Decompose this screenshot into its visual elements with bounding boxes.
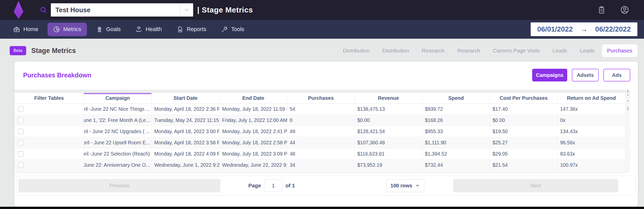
roas-cell: 0x bbox=[558, 115, 625, 126]
date-range-start[interactable]: 06/01/2022 bbox=[537, 25, 573, 33]
campaign-name-cell[interactable]: 2 April - June 22 NC Upgrades ( ... bbox=[84, 126, 152, 137]
campaign-name-cell[interactable]: 6. June 22: Anniversary One O... bbox=[84, 160, 152, 171]
table-row[interactable]: 1. June 1, '22: Free Month A (Le... Tues… bbox=[14, 115, 625, 126]
stage-tab[interactable]: Distribution bbox=[338, 44, 375, 57]
search-icon[interactable] bbox=[40, 6, 47, 14]
app-logo bbox=[9, 1, 28, 19]
page-number-input[interactable] bbox=[264, 179, 282, 192]
breakdown-level-button[interactable]: Adsets bbox=[572, 69, 599, 81]
stage-tab[interactable]: Distribution bbox=[377, 44, 414, 57]
briefcase-icon bbox=[13, 26, 20, 33]
column-header[interactable]: Cost Per Purchases bbox=[490, 93, 558, 104]
stage-tabs: Distribution Distribution Research Resea… bbox=[338, 44, 637, 57]
page-header-title: | Stage Metrics bbox=[197, 6, 253, 14]
clipboard-icon[interactable] bbox=[597, 6, 606, 14]
date-range-picker[interactable]: 06/01/2022 → 06/22/2022 bbox=[531, 22, 637, 36]
cost-per-purchase-cell: $25.27 bbox=[490, 137, 558, 148]
nav-label: Metrics bbox=[63, 26, 81, 33]
breakdown-level-button[interactable]: Ads bbox=[603, 69, 630, 81]
column-header[interactable]: Start Date bbox=[152, 93, 220, 104]
table-row[interactable]: 2 April - June 22 NC Upgrades ( ... Mond… bbox=[14, 126, 625, 137]
table-pagination-bar: Previous Page of 1 100 rows Next bbox=[16, 176, 635, 196]
hammer-icon bbox=[221, 26, 228, 33]
row-checkbox[interactable] bbox=[18, 129, 24, 134]
previous-page-button[interactable]: Previous bbox=[18, 179, 220, 192]
stage-tab[interactable]: Research bbox=[417, 44, 450, 57]
date-range-end[interactable]: 06/22/2022 bbox=[595, 25, 631, 33]
start-date-cell: Monday, April 18, 2022 4:09 PM bbox=[152, 148, 220, 160]
stage-tab[interactable]: Leads bbox=[575, 44, 600, 57]
next-page-button[interactable]: Next bbox=[453, 179, 618, 192]
column-header[interactable]: Filter Tables bbox=[14, 93, 84, 104]
row-checkbox[interactable] bbox=[18, 106, 24, 112]
account-search-input[interactable] bbox=[51, 6, 180, 14]
rows-per-page-select[interactable]: 100 rows bbox=[386, 179, 425, 192]
purchases-cell: 49 bbox=[287, 126, 355, 137]
nav-item-goals[interactable]: Goals bbox=[90, 23, 126, 36]
column-header[interactable]: Spend bbox=[422, 93, 490, 104]
roas-cell: 100.97x bbox=[558, 160, 625, 171]
roas-cell: 147.36x bbox=[558, 104, 625, 115]
campaign-name-cell[interactable]: 1. June 1, '22: Free Month A (Le... bbox=[84, 115, 152, 126]
breakdown-level-buttons: Campaigns Adsets Ads bbox=[532, 69, 630, 81]
nav-item-home[interactable]: Home bbox=[8, 23, 44, 36]
roas-cell: 83.63x bbox=[558, 148, 625, 160]
account-search-box[interactable] bbox=[51, 3, 193, 17]
purchases-cell: 0 bbox=[287, 115, 355, 126]
app-header: | Stage Metrics bbox=[0, 0, 644, 20]
nav-label: Health bbox=[146, 26, 162, 33]
breakdown-level-button[interactable]: Campaigns bbox=[532, 69, 567, 81]
column-header[interactable]: Revenue bbox=[355, 93, 422, 104]
end-date-cell: Wednesday, June 22, 2022 9:26 ... bbox=[220, 160, 287, 171]
beta-badge: Beta bbox=[10, 46, 26, 55]
scroll-up-icon[interactable]: ▲ bbox=[627, 93, 629, 96]
stage-tab[interactable]: Careers Page Visits bbox=[488, 44, 545, 57]
table-header-row: Filter Tables Campaign Start Date End Da… bbox=[14, 93, 625, 104]
table-row[interactable]: 6. June 22: Anniversary One O... Wednesd… bbox=[14, 160, 625, 171]
row-checkbox[interactable] bbox=[18, 162, 24, 168]
nav-label: Tools bbox=[231, 26, 244, 33]
campaigns-table: ▲ ▼ Filter Tables Campaign Start Date En… bbox=[14, 90, 638, 196]
column-header[interactable]: Purchases bbox=[287, 93, 355, 104]
stage-tab[interactable]: Research bbox=[452, 44, 485, 57]
campaign-name-cell[interactable]: 4 April -June 22 Selection (Reach) bbox=[84, 148, 152, 160]
nav-item-health[interactable]: Health bbox=[130, 23, 167, 36]
table-horizontal-scrollbar[interactable] bbox=[14, 90, 625, 93]
nav-item-tools[interactable]: Tools bbox=[216, 23, 250, 36]
column-header[interactable]: Campaign bbox=[84, 93, 152, 104]
start-date-cell: Wednesday, June 1, 2022 9:26 AM bbox=[152, 160, 220, 171]
campaign-name-cell[interactable]: 3 April - June 22 Upsell Room E... bbox=[84, 137, 152, 148]
table-row[interactable]: 1 April -June 22 NC Nice Things ... Mond… bbox=[14, 104, 625, 115]
end-date-cell: Monday, July 18, 2022 3:09 PM bbox=[220, 148, 287, 160]
table-row[interactable]: 3 April - June 22 Upsell Room E... Monda… bbox=[14, 137, 625, 148]
scrollbar-corner-arrows[interactable]: ▲ ▼ bbox=[625, 90, 630, 93]
column-header[interactable]: Return on Ad Spend bbox=[558, 93, 625, 104]
nav-item-reports[interactable]: Reports bbox=[171, 23, 212, 36]
row-checkbox[interactable] bbox=[18, 140, 24, 146]
row-checkbox[interactable] bbox=[18, 151, 24, 157]
table-row[interactable]: 4 April -June 22 Selection (Reach) Monda… bbox=[14, 148, 625, 160]
nav-label: Goals bbox=[106, 26, 121, 33]
revenue-cell: $116,623.81 bbox=[355, 148, 422, 160]
revenue-cell: $73,952.19 bbox=[355, 160, 422, 171]
start-date-cell: Monday, April 18, 2022 3:00 PM bbox=[152, 126, 220, 137]
scroll-down-icon[interactable]: ▼ bbox=[627, 100, 629, 102]
spend-cell: $1,111.90 bbox=[422, 137, 490, 148]
nav-item-metrics[interactable]: Metrics bbox=[48, 23, 87, 36]
stage-tab[interactable]: Leads bbox=[547, 44, 572, 57]
purchases-breakdown-card: Purchases Breakdown Campaigns Adsets Ads… bbox=[14, 62, 638, 207]
row-checkbox[interactable] bbox=[18, 117, 24, 123]
revenue-cell: $138,475.13 bbox=[355, 104, 422, 115]
campaign-name-cell[interactable]: 1 April -June 22 NC Nice Things ... bbox=[84, 104, 152, 115]
chevron-down-icon[interactable] bbox=[180, 7, 193, 13]
stage-tab[interactable]: Purchases bbox=[602, 44, 637, 57]
table-vertical-scrollbar[interactable]: ▲ ▼ ▲ ▼ bbox=[625, 93, 630, 173]
card-heading: Purchases Breakdown bbox=[23, 72, 91, 79]
user-account-icon[interactable] bbox=[620, 5, 629, 15]
column-header[interactable]: End Date bbox=[220, 93, 287, 104]
report-document-icon bbox=[177, 26, 183, 33]
purchases-cell: 54 bbox=[287, 104, 355, 115]
scroll-down-icon[interactable]: ▼ bbox=[627, 108, 629, 111]
roas-cell: 96.56x bbox=[558, 137, 625, 148]
revenue-cell: $128,421.54 bbox=[355, 126, 422, 137]
